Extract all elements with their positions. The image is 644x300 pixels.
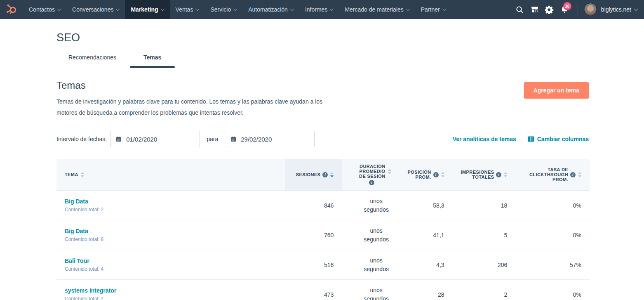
tab-label: Temas (143, 54, 161, 61)
info-icon[interactable]: i (369, 180, 374, 185)
column-header-sesiones[interactable]: SESIONES i (285, 159, 342, 191)
nav-item-informes[interactable]: Informes (299, 0, 339, 19)
chevron-down-icon (634, 7, 638, 11)
column-label: IMPRESIONES TOTALES (461, 170, 494, 180)
nav-item-label: Partner (421, 6, 440, 13)
sort-arrows-icon[interactable] (388, 169, 391, 174)
sessions-cell: 516 (285, 250, 342, 280)
column-label: TEMA (65, 172, 78, 177)
calendar-icon (115, 136, 122, 142)
topic-cell: Big Data Contenido total: 8 (56, 220, 285, 250)
impressions-cell: 18 (453, 191, 516, 220)
chevron-down-icon (233, 7, 237, 11)
account-name: biglytics.net (601, 6, 631, 13)
hubspot-logo[interactable] (0, 0, 23, 19)
topic-cell: systems integrator Contenido total: 2 (56, 280, 285, 300)
column-header-posicion-prom[interactable]: POSICIÓN PROM. i (400, 159, 453, 191)
topics-table: TEMA SESIONES i DURACIÓN PROMEDIO DE SES… (56, 159, 590, 300)
column-header-impresiones-totales[interactable]: IMPRESIONES TOTALES i (453, 159, 516, 191)
topic-link[interactable]: systems integrator (65, 287, 116, 294)
sort-arrows-icon[interactable] (504, 172, 507, 177)
table-row: Big Data Contenido total: 2 846 unos seg… (56, 191, 590, 220)
topic-content-total: Contenido total: 4 (65, 266, 277, 272)
settings-button[interactable] (542, 0, 557, 19)
column-label: SESIONES (296, 172, 320, 177)
nav-item-partner[interactable]: Partner (415, 0, 451, 19)
chevron-down-icon (290, 7, 294, 11)
gear-icon (545, 5, 554, 14)
link-label: Cambiar columnas (537, 136, 589, 142)
topic-link[interactable]: Big Data (65, 198, 88, 205)
tab-bar: Recomendaciones Temas (0, 54, 644, 67)
info-icon[interactable]: i (322, 172, 328, 177)
info-icon[interactable]: i (433, 172, 439, 177)
nav-item-marketing[interactable]: Marketing (125, 0, 169, 19)
sessions-cell: 473 (285, 280, 342, 300)
top-navbar: Contactos Conversaciones Marketing Venta… (0, 0, 644, 19)
change-columns-link[interactable]: Cambiar columnas (528, 136, 589, 142)
nav-item-contactos[interactable]: Contactos (23, 0, 66, 19)
position-cell: 4,3 (400, 250, 453, 280)
search-button[interactable] (512, 0, 527, 19)
sort-arrows-icon[interactable] (578, 172, 581, 177)
topic-link[interactable]: Bali Tour (65, 257, 89, 264)
tab-temas[interactable]: Temas (130, 54, 175, 67)
sort-arrows-icon[interactable] (441, 172, 444, 177)
topic-content-total: Contenido total: 2 (65, 207, 277, 213)
ctr-cell: 0% (515, 280, 590, 300)
position-cell: 28 (400, 280, 453, 300)
nav-item-conversaciones[interactable]: Conversaciones (66, 0, 125, 19)
date-filter-row: Intervalo de fechas: 01/02/2020 para (56, 131, 589, 147)
tab-recomendaciones[interactable]: Recomendaciones (55, 54, 130, 67)
table-row: Bali Tour Contenido total: 4 516 unos se… (56, 250, 590, 280)
view-topic-analytics-link[interactable]: Ver analíticas de temas (453, 136, 516, 142)
column-header-duracion-promedio[interactable]: DURACIÓN PROMEDIO DE SESIÓN i (342, 159, 399, 191)
column-header-tema[interactable]: TEMA (56, 159, 285, 191)
column-label: TASA DE CLICKTHROUGH PROM. (528, 167, 568, 182)
nav-item-mercado-de-materiales[interactable]: Mercado de materiales (339, 0, 415, 19)
info-icon[interactable]: i (570, 172, 576, 177)
chevron-down-icon (57, 7, 61, 11)
add-topic-button[interactable]: Agregar un tema (524, 82, 589, 99)
topic-link[interactable]: Big Data (65, 228, 88, 234)
topics-section-header: Temas Temas de investigación y palabras … (56, 80, 589, 118)
notifications-button[interactable]: 30 (557, 0, 572, 19)
column-header-tasa-clickthrough[interactable]: TASA DE CLICKTHROUGH PROM. i (515, 159, 590, 191)
tab-label: Recomendaciones (68, 54, 116, 61)
nav-item-label: Ventas (176, 6, 193, 13)
duration-cell: unos segundos (342, 191, 399, 220)
sessions-cell: 846 (285, 191, 342, 220)
calendar-icon (230, 136, 237, 142)
section-title: Temas (56, 80, 589, 91)
topic-content-total: Contenido total: 8 (65, 236, 277, 242)
date-connector: para (207, 136, 218, 142)
hubspot-sprocket-icon (5, 3, 18, 16)
position-cell: 41,1 (400, 220, 453, 250)
chevron-down-icon (330, 7, 334, 11)
date-range-label: Intervalo de fechas: (56, 136, 107, 142)
sort-arrows-icon[interactable] (81, 172, 84, 177)
info-icon[interactable]: i (496, 172, 501, 177)
nav-item-ventas[interactable]: Ventas (170, 0, 205, 19)
chevron-down-icon (116, 7, 120, 11)
table-row: Big Data Contenido total: 8 760 unos seg… (56, 220, 590, 250)
account-menu[interactable]: biglytics.net (601, 6, 637, 13)
duration-cell: unos segundos (342, 250, 399, 280)
ctr-cell: 0% (515, 220, 590, 250)
duration-cell: unos segundos (342, 220, 399, 250)
nav-item-label: Servicio (210, 6, 231, 13)
position-cell: 58,3 (400, 191, 453, 220)
navbar-divider (578, 5, 578, 14)
date-from-input[interactable]: 01/02/2020 (110, 131, 200, 147)
sessions-cell: 760 (285, 220, 342, 250)
nav-item-label: Mercado de materiales (345, 6, 403, 13)
sort-arrows-icon-active-desc[interactable] (330, 172, 334, 177)
user-avatar[interactable] (584, 3, 597, 16)
table-row: systems integrator Contenido total: 2 47… (56, 280, 590, 300)
topic-content-total: Contenido total: 2 (65, 296, 277, 300)
nav-item-servicio[interactable]: Servicio (204, 0, 242, 19)
date-to-input[interactable]: 29/02/2020 (225, 131, 315, 147)
nav-item-automatizacion[interactable]: Automatización (242, 0, 299, 19)
marketplace-button[interactable] (527, 0, 542, 19)
column-label: POSICIÓN PROM. (408, 170, 431, 180)
